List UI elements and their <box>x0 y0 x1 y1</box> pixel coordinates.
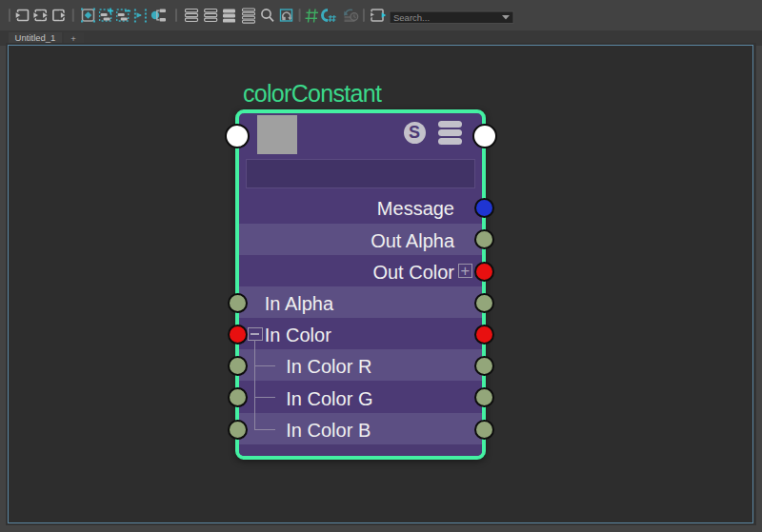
svg-text:Search...: Search... <box>393 12 430 23</box>
